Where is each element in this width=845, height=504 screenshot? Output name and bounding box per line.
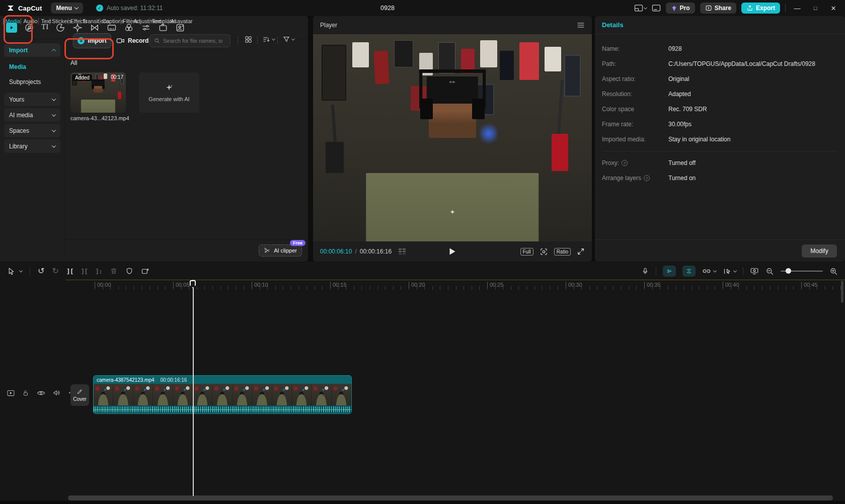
select-tool[interactable] <box>7 267 22 276</box>
pro-button[interactable]: Pro <box>666 3 695 14</box>
sidebar-item-library[interactable]: Library <box>4 139 60 153</box>
horizontal-scrollbar[interactable] <box>68 495 833 500</box>
gem-icon <box>671 5 677 12</box>
split-button[interactable]: ][ <box>66 268 73 275</box>
menu-button[interactable]: Menu <box>51 3 83 14</box>
add-frame-icon[interactable] <box>141 267 149 276</box>
window-bottom-edge <box>0 501 845 504</box>
vertical-scrollbar[interactable] <box>841 281 843 303</box>
slider-knob[interactable] <box>786 268 791 274</box>
search-box[interactable] <box>149 34 231 47</box>
camera-icon <box>116 37 125 44</box>
sidebar-item-media[interactable]: Media <box>9 63 26 70</box>
layout-panels-icon[interactable] <box>634 4 647 12</box>
help-icon[interactable]: ? <box>644 175 650 181</box>
timeline-preview-icon[interactable] <box>750 267 759 275</box>
fullscreen-icon[interactable] <box>577 247 585 256</box>
current-timecode: 00:00:06:10 <box>320 248 352 255</box>
autosave-status: ✓ Auto saved: 11:32:11 <box>96 5 163 12</box>
ai-clipper-button[interactable]: AI clipper Free <box>259 244 302 257</box>
clip-filename: camera-43...42123.mp4 <box>70 115 129 121</box>
full-button[interactable]: Full <box>520 248 533 256</box>
ruler-label: 00:35 <box>644 282 661 288</box>
clip-duration: 00:00:16:16 <box>159 377 189 383</box>
auto-attract-toggle[interactable] <box>682 266 696 277</box>
check-icon: ✓ <box>96 5 103 12</box>
magnetic-snap-toggle[interactable] <box>663 266 676 277</box>
tab-ai-avatar[interactable]: AI avatar <box>172 23 188 33</box>
detail-row-proxy: Proxy:? Turned off <box>602 155 838 171</box>
video-preview[interactable]: ✦ ≈≈ <box>313 34 592 241</box>
divider <box>743 267 743 275</box>
redo-button[interactable]: ↻ <box>52 267 58 275</box>
mute-speaker-icon[interactable] <box>53 389 61 396</box>
delete-button[interactable] <box>110 267 118 275</box>
detail-row-path: Path:C:/Users/TOPGUS/AppData/Local/CapCu… <box>602 56 838 71</box>
undo-button[interactable]: ↺ <box>38 267 44 275</box>
chevron-down-icon <box>52 128 56 132</box>
cover-button[interactable]: Cover <box>70 384 89 406</box>
minimize-button[interactable]: ― <box>791 2 804 15</box>
person-torso <box>366 173 539 241</box>
zoom-out-icon[interactable] <box>765 267 774 276</box>
play-button[interactable] <box>449 247 456 256</box>
preview-cursor-icon[interactable] <box>723 268 736 275</box>
capcut-logo-icon <box>6 4 15 13</box>
divider <box>257 36 258 44</box>
import-button[interactable]: + Import <box>73 33 111 48</box>
focus-frame-icon[interactable] <box>540 247 548 256</box>
mark-shield-icon[interactable] <box>125 267 133 275</box>
export-button[interactable]: Export <box>741 3 780 14</box>
player-menu-icon[interactable] <box>577 22 585 28</box>
link-clips-icon[interactable] <box>702 268 716 275</box>
details-footer: Modify <box>595 239 845 262</box>
tab-stickers[interactable]: Stickers <box>52 23 68 33</box>
titlebar: CapCut Menu ✓ Auto saved: 11:32:11 0928 … <box>0 0 845 16</box>
tab-captions[interactable]: Captions <box>104 23 120 33</box>
chevron-down-icon <box>74 5 79 9</box>
player-panel: Player ✦ ≈≈ 00:00:06:10 / 00:00:16:16 Fu… <box>313 16 592 262</box>
sidebar-item-ai-media[interactable]: AI media <box>4 108 60 122</box>
visibility-eye-icon[interactable] <box>37 390 45 396</box>
help-icon[interactable]: ? <box>622 160 628 166</box>
delete-left-button[interactable]: ][ <box>81 268 88 275</box>
details-panel: Details Name:0928 Path:C:/Users/TOPGUS/A… <box>595 16 845 262</box>
sort-icon[interactable] <box>262 35 275 44</box>
app-name: CapCut <box>18 5 42 12</box>
zoom-in-icon[interactable] <box>829 267 838 276</box>
detail-row-arrange-layers: Arrange layers? Turned on <box>602 171 838 186</box>
chevron-down-icon <box>52 97 56 101</box>
sidebar-item-subprojects[interactable]: Subprojects <box>9 78 41 86</box>
timeline-zoom-slider[interactable] <box>781 271 823 272</box>
free-badge: Free <box>290 240 305 246</box>
close-button[interactable]: ✕ <box>827 2 840 15</box>
clip-header: camera-4387542123.mp4 00:00:16:16 <box>94 376 351 384</box>
search-input[interactable] <box>163 38 222 44</box>
filter-icon[interactable] <box>282 35 294 43</box>
frame-columns-icon[interactable] <box>398 248 407 255</box>
video-frame: ✦ ≈≈ <box>313 34 592 241</box>
maximize-button[interactable]: □ <box>809 2 822 15</box>
lock-icon[interactable] <box>22 389 29 397</box>
sidebar-item-spaces[interactable]: Spaces <box>4 124 60 137</box>
sidebar-item-import[interactable]: Import <box>4 43 60 57</box>
share-button[interactable]: Share <box>700 3 736 14</box>
tab-media[interactable]: Media <box>3 23 20 33</box>
grid-view-icon[interactable] <box>244 35 253 44</box>
timeline-clip[interactable]: camera-4387542123.mp4 00:00:16:16 <box>94 376 351 413</box>
record-button[interactable]: Record <box>116 35 148 46</box>
sidebar-item-yours[interactable]: Yours <box>4 93 60 106</box>
ratio-button[interactable]: Ratio <box>554 248 571 256</box>
delete-right-button[interactable]: ]: <box>95 268 102 275</box>
chevron-down-icon <box>733 269 737 272</box>
layout-bottombar-icon[interactable] <box>652 4 661 12</box>
modify-button[interactable]: Modify <box>802 244 837 258</box>
tab-audio[interactable]: Audio <box>21 23 37 33</box>
search-icon <box>154 38 160 44</box>
media-panel: Media Audio TI Text Stickers Effects <box>0 16 308 262</box>
playhead[interactable] <box>193 280 194 496</box>
generate-with-ai-card[interactable]: Generate with AI <box>139 72 199 113</box>
voiceover-mic-icon[interactable] <box>641 267 649 275</box>
media-clip-card[interactable]: Added 00:17 <box>70 72 126 113</box>
timeline-ruler[interactable]: 00:00 00:05 00:10 00:15 00:20 00:25 00:3… <box>65 280 845 292</box>
